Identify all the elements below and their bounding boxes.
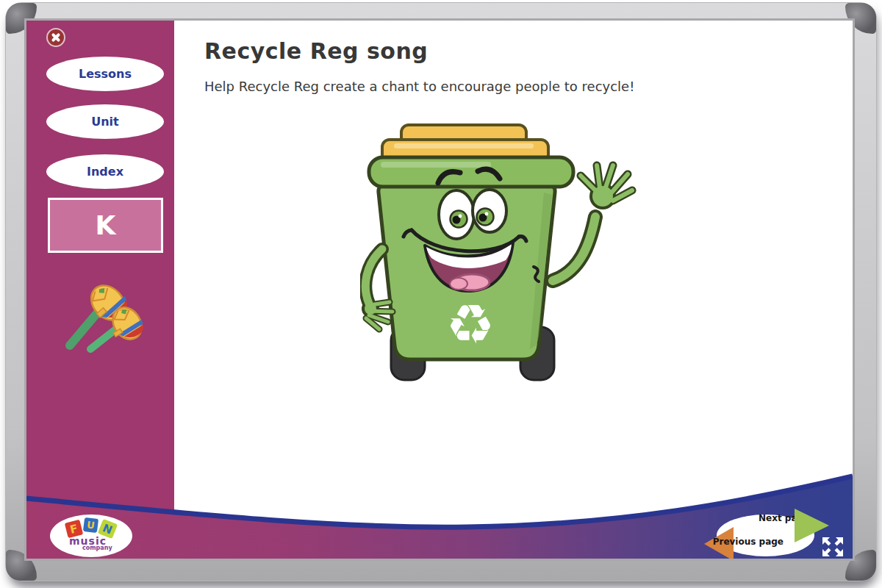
fun-music-logo: F U N music company: [50, 514, 132, 557]
sidebar-button-unit[interactable]: Unit: [46, 104, 164, 139]
lesson-canvas: Lessons Unit Index K: [26, 21, 853, 559]
footer: F U N music company Next page: [26, 465, 853, 559]
recycle-symbol-icon: ♻: [446, 293, 495, 356]
grade-k-button[interactable]: K: [48, 198, 163, 253]
fullscreen-expand-icon: [820, 535, 845, 559]
previous-page-label: Previous page: [713, 537, 784, 547]
maracas-icon: [55, 278, 147, 355]
app-window: Lessons Unit Index K: [0, 0, 882, 588]
sidebar-button-lessons[interactable]: Lessons: [46, 57, 164, 91]
recycle-bin-mascot: ♻: [360, 123, 647, 384]
page-subtitle: Help Recycle Reg create a chant to encou…: [204, 79, 634, 94]
logo-block-u: U: [83, 517, 98, 533]
close-button[interactable]: [46, 28, 65, 47]
fullscreen-button[interactable]: [820, 535, 845, 559]
page-title: Recycle Reg song: [204, 38, 428, 64]
previous-page-button[interactable]: Previous page: [704, 526, 784, 559]
board-frame: Lessons Unit Index K: [6, 3, 876, 581]
sidebar-button-index[interactable]: Index: [46, 154, 164, 189]
close-icon: [51, 32, 61, 43]
logo-company-text: company: [82, 545, 112, 551]
